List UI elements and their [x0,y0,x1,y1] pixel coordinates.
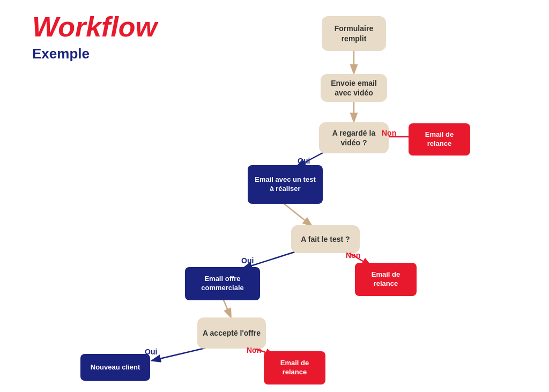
node-email-relance-1: Email de relance [409,123,470,156]
node-regarde-video: A regardé la vidéo ? [319,122,389,153]
node-formulaire: Formulaire remplit [322,16,386,51]
page-subtitle: Exemple [32,46,90,62]
page-title: Workflow [32,11,157,43]
node-email-test: Email avec un test à réaliser [248,165,323,204]
node-envoie-email: Envoie email avec vidéo [321,74,387,102]
node-email-relance-3: Email de relance [264,351,325,384]
svg-line-7 [222,298,231,316]
node-email-relance-2: Email de relance [355,263,417,296]
label-non-test: Non [346,251,360,260]
node-accepte-offre: A accepté l'offre [197,317,266,349]
node-nouveau-client: Nouveau client [80,354,150,381]
node-email-offre: Email offre commerciale [185,267,260,300]
label-non-offre: Non [247,346,261,354]
node-fait-test: A fait le test ? [291,225,360,253]
label-oui-test: Oui [241,256,254,265]
svg-line-4 [284,204,311,225]
label-oui-video: Oui [298,157,310,165]
label-non-video: Non [382,129,396,137]
